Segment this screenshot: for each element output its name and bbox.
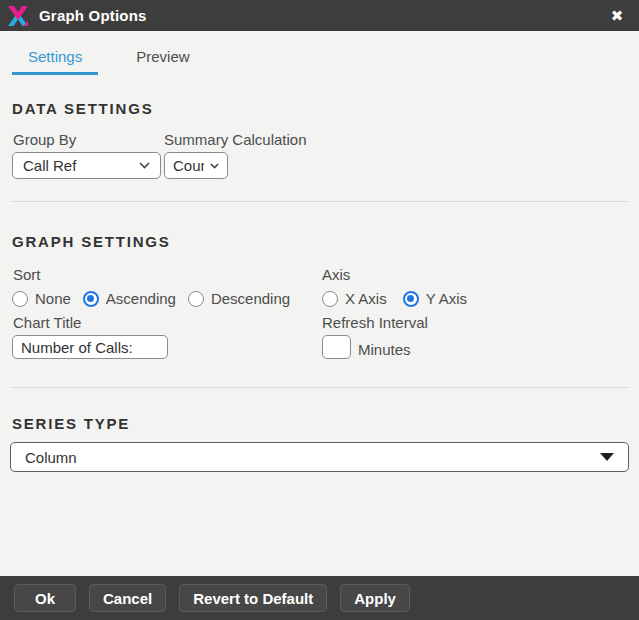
summary-calculation-value: Count xyxy=(173,157,204,174)
dropdown-arrow-icon xyxy=(600,453,614,461)
tab-preview[interactable]: Preview xyxy=(120,46,205,75)
series-type-select[interactable]: Column xyxy=(10,442,629,472)
sort-option-ascending[interactable]: Ascending xyxy=(83,290,176,307)
chart-title-label: Chart Title xyxy=(13,314,81,331)
group-by-label: Group By xyxy=(13,131,76,148)
cancel-button[interactable]: Cancel xyxy=(89,584,166,612)
axis-option-y[interactable]: Y Axis xyxy=(403,290,467,307)
summary-calculation-select[interactable]: Count xyxy=(164,152,228,179)
sort-option-descending[interactable]: Descending xyxy=(188,290,290,307)
section-divider xyxy=(10,201,629,202)
sort-radio-group: None Ascending Descending xyxy=(12,290,290,307)
group-by-value: Call Ref xyxy=(23,157,133,174)
apply-button[interactable]: Apply xyxy=(340,584,410,612)
data-settings-heading: DATA SETTINGS xyxy=(12,100,153,117)
chevron-down-icon xyxy=(139,162,150,169)
dialog-title: Graph Options xyxy=(39,7,147,24)
axis-x-radio[interactable] xyxy=(322,291,338,307)
title-bar: Graph Options ✖ xyxy=(0,0,639,31)
series-type-value: Column xyxy=(25,449,77,466)
footer-bar: Ok Cancel Revert to Default Apply xyxy=(0,576,639,620)
summary-calculation-label: Summary Calculation xyxy=(164,131,307,148)
section-divider xyxy=(10,387,629,388)
graph-settings-heading: GRAPH SETTINGS xyxy=(12,233,171,250)
axis-y-radio[interactable] xyxy=(403,291,419,307)
axis-y-label: Y Axis xyxy=(426,290,467,307)
chart-title-input[interactable] xyxy=(12,335,168,359)
tab-bar: Settings Preview xyxy=(12,46,206,75)
sort-none-radio[interactable] xyxy=(12,291,28,307)
axis-option-x[interactable]: X Axis xyxy=(322,290,387,307)
xima-logo-icon xyxy=(6,4,30,28)
sort-label: Sort xyxy=(13,266,41,283)
refresh-interval-label: Refresh Interval xyxy=(322,314,428,331)
sort-none-label: None xyxy=(35,290,71,307)
refresh-interval-input[interactable] xyxy=(322,335,351,359)
sort-ascending-label: Ascending xyxy=(106,290,176,307)
sort-descending-radio[interactable] xyxy=(188,291,204,307)
ok-button[interactable]: Ok xyxy=(14,584,76,612)
sort-option-none[interactable]: None xyxy=(12,290,71,307)
revert-to-default-button[interactable]: Revert to Default xyxy=(179,584,327,612)
chevron-down-icon xyxy=(210,163,219,169)
close-icon[interactable]: ✖ xyxy=(605,0,629,31)
axis-x-label: X Axis xyxy=(345,290,387,307)
minutes-label: Minutes xyxy=(358,341,411,358)
axis-radio-group: X Axis Y Axis xyxy=(322,290,467,307)
group-by-select[interactable]: Call Ref xyxy=(12,152,161,179)
axis-label: Axis xyxy=(322,266,350,283)
sort-ascending-radio[interactable] xyxy=(83,291,99,307)
tab-settings[interactable]: Settings xyxy=(12,46,98,75)
series-type-heading: SERIES TYPE xyxy=(12,415,130,432)
graph-options-dialog: Graph Options ✖ Settings Preview DATA SE… xyxy=(0,0,639,620)
sort-descending-label: Descending xyxy=(211,290,290,307)
